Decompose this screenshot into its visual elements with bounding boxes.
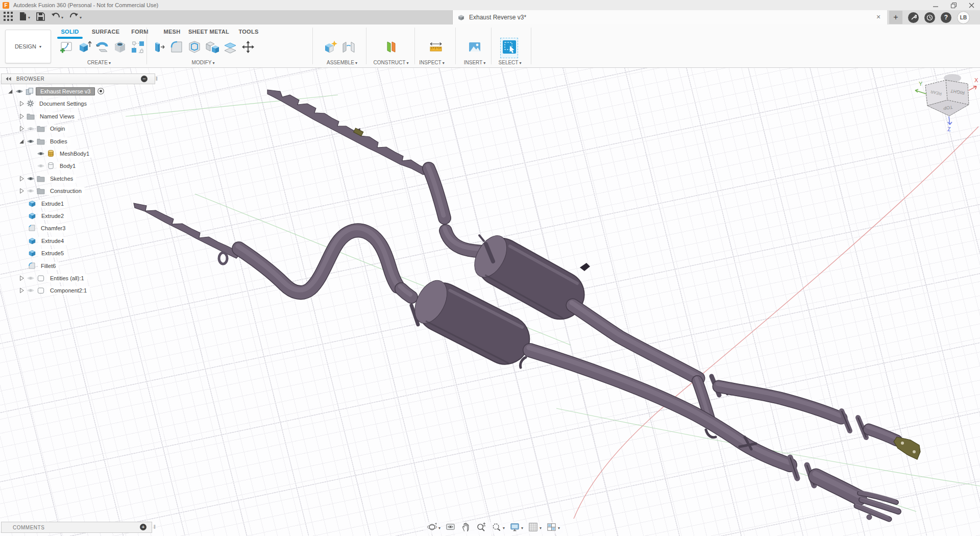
- create-sketch-button[interactable]: [57, 38, 75, 58]
- collapse-panel-icon[interactable]: [6, 77, 11, 81]
- tree-row-origin[interactable]: Origin: [0, 123, 68, 134]
- zoom-button[interactable]: [476, 522, 486, 534]
- tree-row-entities-all-1[interactable]: Entities (all):1: [0, 273, 87, 283]
- tree-item-label[interactable]: Bodies: [47, 137, 70, 145]
- expand-arrow-icon[interactable]: [18, 188, 24, 194]
- close-window-button[interactable]: [963, 0, 980, 10]
- save-button[interactable]: [35, 11, 46, 23]
- document-tab[interactable]: Exhaust Reverse v3* ×: [452, 10, 888, 25]
- tree-item-label[interactable]: Exhaust Reverse v3: [36, 87, 95, 95]
- tab-tools[interactable]: TOOLS: [238, 29, 258, 35]
- fit-button[interactable]: ▾: [491, 522, 505, 534]
- tree-item-label[interactable]: Construction: [47, 187, 85, 195]
- shell-button[interactable]: [185, 38, 203, 58]
- fork-nub[interactable]: [867, 515, 872, 520]
- extensions-icon[interactable]: [908, 12, 919, 23]
- viewports-button[interactable]: ▾: [546, 522, 560, 534]
- visibility-eye-icon[interactable]: [27, 275, 35, 281]
- new-tab-button[interactable]: +: [889, 11, 902, 24]
- joint-button[interactable]: [339, 38, 357, 58]
- help-icon[interactable]: ?: [941, 12, 951, 23]
- tree-item-label[interactable]: MeshBody1: [57, 150, 92, 158]
- tree-item-label[interactable]: Origin: [47, 125, 68, 133]
- expand-arrow-icon[interactable]: [18, 113, 24, 119]
- tree-row-document-settings[interactable]: Document Settings: [0, 98, 90, 109]
- visibility-eye-icon[interactable]: [15, 88, 23, 94]
- tree-item-label[interactable]: Chamfer3: [38, 224, 68, 232]
- tree-row-component2-1[interactable]: Component2:1: [0, 285, 90, 296]
- look-at-button[interactable]: [445, 522, 456, 534]
- comments-resize-grip[interactable]: ‖: [154, 524, 156, 530]
- visibility-eye-icon[interactable]: [27, 126, 35, 132]
- construction-plane-button[interactable]: [382, 38, 400, 58]
- group-label-insert[interactable]: INSERT▾: [464, 60, 486, 65]
- visibility-eye-icon[interactable]: [27, 138, 35, 144]
- display-settings-button[interactable]: ▾: [509, 522, 523, 534]
- tree-item-label[interactable]: Extrude2: [38, 212, 67, 220]
- muffler-left-inlet[interactable]: [400, 286, 411, 297]
- collapse-arrow-icon[interactable]: [18, 138, 24, 144]
- group-label-assemble[interactable]: ASSEMBLE▾: [327, 60, 357, 65]
- combine-button[interactable]: [203, 38, 221, 58]
- expand-arrow-icon[interactable]: [18, 287, 24, 294]
- 3d-viewport[interactable]: [0, 67, 980, 536]
- activate-component-radio-icon[interactable]: [97, 87, 105, 95]
- tree-row-extrude5[interactable]: Extrude5: [0, 248, 67, 258]
- tree-item-label[interactable]: Extrude5: [38, 249, 67, 257]
- tree-item-label[interactable]: Body1: [57, 162, 79, 170]
- app-grid-menu-button[interactable]: [2, 11, 14, 23]
- orbit-button[interactable]: ▾: [427, 522, 440, 534]
- avatar[interactable]: LB: [957, 11, 970, 24]
- select-button[interactable]: [500, 38, 518, 58]
- tree-row-body1[interactable]: Body1: [0, 160, 79, 171]
- new-component-button[interactable]: [322, 38, 339, 58]
- group-label-inspect[interactable]: INSPECT▾: [419, 60, 444, 65]
- job-status-clock-icon[interactable]: [924, 12, 935, 23]
- tree-row-chamfer3[interactable]: Chamfer3: [0, 223, 68, 233]
- tree-row-construction[interactable]: Construction: [0, 185, 85, 196]
- move-button[interactable]: [239, 38, 257, 58]
- tab-sheet-metal[interactable]: SHEET METAL: [188, 29, 229, 35]
- restore-button[interactable]: [945, 0, 962, 10]
- collapse-all-icon[interactable]: −: [141, 76, 148, 82]
- add-comment-icon[interactable]: +: [140, 524, 146, 530]
- tree-row-extrude1[interactable]: Extrude1: [0, 198, 67, 209]
- expand-arrow-icon[interactable]: [18, 176, 24, 182]
- tree-item-label[interactable]: Extrude1: [38, 200, 67, 208]
- tree-row-fillet6[interactable]: Fillet6: [0, 260, 59, 271]
- visibility-eye-icon[interactable]: [37, 163, 45, 169]
- tree-item-label[interactable]: Document Settings: [36, 100, 90, 108]
- close-tab-icon[interactable]: ×: [873, 12, 884, 22]
- tab-solid[interactable]: SOLID: [61, 29, 79, 35]
- expand-arrow-icon[interactable]: [18, 101, 24, 107]
- group-label-construct[interactable]: CONSTRUCT▾: [374, 60, 409, 65]
- file-menu-button[interactable]: ▾: [17, 11, 32, 23]
- tree-item-label[interactable]: Named Views: [37, 112, 78, 120]
- rectangular-pattern-button[interactable]: [129, 38, 146, 58]
- browser-panel-header[interactable]: BROWSER − ‖: [1, 74, 155, 84]
- pan-button[interactable]: [460, 522, 471, 534]
- insert-image-button[interactable]: [465, 38, 483, 58]
- tree-row-bodies[interactable]: Bodies: [0, 136, 70, 147]
- minimize-button[interactable]: [927, 0, 944, 10]
- expand-arrow-icon[interactable]: [18, 126, 24, 132]
- tree-row-extrude2[interactable]: Extrude2: [0, 210, 67, 221]
- visibility-eye-icon[interactable]: [27, 176, 35, 182]
- undo-button[interactable]: ▾: [50, 11, 65, 23]
- tree-item-label[interactable]: Sketches: [47, 175, 76, 183]
- tree-row-named-views[interactable]: Named Views: [0, 111, 78, 121]
- hole-button[interactable]: [111, 38, 129, 58]
- tab-surface[interactable]: SURFACE: [92, 29, 120, 35]
- visibility-eye-icon[interactable]: [27, 188, 35, 194]
- measure-button[interactable]: [427, 38, 445, 58]
- tree-row-exhaust-reverse-v3[interactable]: Exhaust Reverse v3: [0, 86, 105, 96]
- tree-row-sketches[interactable]: Sketches: [0, 173, 76, 184]
- redo-button[interactable]: ▾: [68, 11, 83, 23]
- split-body-button[interactable]: [221, 38, 239, 58]
- browser-resize-grip[interactable]: ‖: [156, 76, 158, 82]
- tree-row-meshbody1[interactable]: MeshBody1: [0, 148, 92, 159]
- design-workspace-menu[interactable]: DESIGN▾: [5, 30, 51, 63]
- group-label-select[interactable]: SELECT▾: [499, 60, 522, 65]
- tree-item-label[interactable]: Extrude4: [38, 237, 67, 245]
- group-label-modify[interactable]: MODIFY▾: [192, 60, 215, 65]
